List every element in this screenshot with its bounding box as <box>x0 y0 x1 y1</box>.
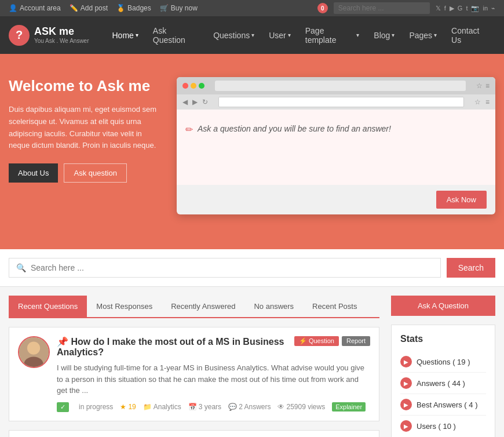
notification-badge[interactable]: 0 <box>317 3 328 13</box>
tab-recently-answered[interactable]: Recently Answered <box>162 296 244 317</box>
tumblr-icon[interactable]: t <box>466 5 468 12</box>
tab-no-answers[interactable]: No answers <box>244 296 303 317</box>
search-button[interactable]: Search <box>447 258 495 278</box>
linkedin-icon[interactable]: in <box>483 5 488 12</box>
question-body: 📌 How do I make the most out of a MS in … <box>57 336 370 412</box>
question-type-badge: ⚡ Question <box>294 336 339 346</box>
rss-icon[interactable]: ⌁ <box>491 5 495 12</box>
bookmark-icon: ☆ <box>476 82 483 90</box>
stats-section: Stats ▶ Questions ( 19 ) ▶ Answers ( 44 … <box>391 325 495 437</box>
question-title[interactable]: 📌 How do I make the most out of a MS in … <box>57 336 294 358</box>
browser-urlbar <box>218 97 464 107</box>
stat-icon: ▶ <box>400 356 412 367</box>
nav-item-home[interactable]: Home ▾ <box>107 28 144 43</box>
nav-item-blog[interactable]: Blog ▾ <box>368 28 400 43</box>
top-bar-right: 0 𝕏 f ▶ G t 📷 in ⌁ <box>317 2 495 14</box>
badge-icon: 🏅 <box>116 4 125 12</box>
ask-question-hero-button[interactable]: Ask question <box>64 163 126 183</box>
hero-buttons: About Us Ask question <box>9 163 159 183</box>
question-header: 📌 How do I make the most out of a MS in … <box>57 336 370 362</box>
cart-icon: 🛒 <box>160 4 169 12</box>
twitter-icon[interactable]: 𝕏 <box>436 5 441 12</box>
time-ago: 📅 3 years <box>188 403 221 411</box>
chevron-down-icon: ▾ <box>356 32 359 38</box>
search-section: 🔍 Search <box>0 249 504 287</box>
nav-item-page-template[interactable]: Page template ▾ <box>300 23 366 48</box>
facebook-icon[interactable]: f <box>444 5 446 12</box>
browser-dot-green <box>199 83 204 89</box>
status-badge: ✓ <box>57 402 69 412</box>
instagram-icon[interactable]: 📷 <box>471 5 479 12</box>
main-content: Recent Questions Most Responses Recently… <box>0 287 504 437</box>
youtube-icon[interactable]: ▶ <box>450 5 454 12</box>
answers-count: 💬 2 Answers <box>228 403 271 411</box>
logo[interactable]: ? ASK me You Ask . We Answer <box>9 25 89 46</box>
browser-action: ☆ ≡ <box>474 98 490 106</box>
stats-title: Stats <box>400 334 486 344</box>
user-level-badge: Explainer <box>332 402 366 411</box>
back-icon[interactable]: ◀ <box>182 98 188 106</box>
report-badge: Report <box>342 336 370 346</box>
tab-recent-questions[interactable]: Recent Questions <box>9 296 87 317</box>
browser-mockup: ☆ ≡ ◀ ▶ ↻ ☆ ≡ ✏ Ask a question and you w… <box>177 77 495 214</box>
browser-topbar: ☆ ≡ <box>177 77 495 94</box>
chevron-down-icon: ▾ <box>392 32 395 38</box>
stat-icon: ▶ <box>400 377 412 389</box>
about-us-button[interactable]: About Us <box>9 163 58 183</box>
chevron-down-icon: ▾ <box>251 32 254 38</box>
chevron-down-icon: ▾ <box>288 32 291 38</box>
search-input[interactable] <box>31 263 433 272</box>
account-area-link[interactable]: 👤 Account area <box>9 4 61 12</box>
nav-item-user[interactable]: User ▾ <box>263 28 297 43</box>
avatar <box>18 336 50 368</box>
question-meta: ✓ in progress ★ 19 📁 Analytics 📅 3 years… <box>57 402 370 412</box>
star-rating: ★ 19 <box>120 403 136 411</box>
question-prompt-text: Ask a question and you will be sure to f… <box>198 124 391 133</box>
stat-icon: ▶ <box>400 420 412 432</box>
nav-item-pages[interactable]: Pages ▾ <box>403 28 443 43</box>
pin-icon: 📌 <box>57 337 68 347</box>
nav-item-ask-question[interactable]: Ask Question <box>147 23 204 48</box>
stat-item-questions[interactable]: ▶ Questions ( 19 ) <box>400 351 486 373</box>
google-icon[interactable]: G <box>458 5 463 12</box>
logo-text: ASK me You Ask . We Answer <box>34 26 89 45</box>
list-icon: ≡ <box>485 98 490 106</box>
tab-recent-posts[interactable]: Recent Posts <box>303 296 366 317</box>
badges-link[interactable]: 🏅 Badges <box>116 4 151 12</box>
hero-right: ☆ ≡ ◀ ▶ ↻ ☆ ≡ ✏ Ask a question and you w… <box>177 77 495 214</box>
social-icons: 𝕏 f ▶ G t 📷 in ⌁ <box>436 5 495 12</box>
svg-point-1 <box>27 341 40 354</box>
ask-a-question-button[interactable]: Ask A Question <box>391 296 495 316</box>
question-prompt: ✏ Ask a question and you will be sure to… <box>185 124 487 135</box>
question-excerpt: I will be studying full-time for a 1-yea… <box>57 362 370 396</box>
buy-now-link[interactable]: 🛒 Buy now <box>160 4 198 12</box>
nav-item-contact-us[interactable]: Contact Us <box>445 23 495 48</box>
question-badges: ⚡ Question Report <box>294 336 370 346</box>
left-column: Recent Questions Most Responses Recently… <box>9 296 379 437</box>
browser-addressbar <box>215 81 466 91</box>
nav-items: Home ▾ Ask Question Questions ▾ User ▾ P… <box>107 23 496 48</box>
category: 📁 Analytics <box>143 403 181 411</box>
star-icon: ☆ <box>474 98 481 106</box>
hero-description: Duis dapibus aliquam mi, eget euismod se… <box>9 104 159 152</box>
chevron-down-icon: ▾ <box>434 32 437 38</box>
stat-item-answers[interactable]: ▶ Answers ( 44 ) <box>400 373 486 394</box>
question-card: Do I need to have a undergrad percentage… <box>9 430 379 438</box>
question-card: 📌 How do I make the most out of a MS in … <box>9 327 379 421</box>
question-tabs: Recent Questions Most Responses Recently… <box>9 296 379 318</box>
stat-item-users[interactable]: ▶ Users ( 10 ) <box>400 416 486 436</box>
top-search-input[interactable] <box>334 2 430 14</box>
tab-most-responses[interactable]: Most Responses <box>87 296 162 317</box>
chevron-down-icon: ▾ <box>136 32 138 38</box>
add-post-link[interactable]: ✏️ Add post <box>70 4 108 12</box>
browser-dot-red <box>182 83 188 89</box>
forward-icon[interactable]: ▶ <box>192 98 198 106</box>
pencil-icon: ✏ <box>185 124 193 135</box>
nav-item-questions[interactable]: Questions ▾ <box>207 28 260 43</box>
reload-icon[interactable]: ↻ <box>202 98 208 106</box>
ask-now-button[interactable]: Ask Now <box>436 191 487 209</box>
hero-left: Welcome to Ask me Duis dapibus aliquam m… <box>9 77 159 183</box>
browser-icons: ☆ ≡ <box>476 82 490 90</box>
hero-section: Welcome to Ask me Duis dapibus aliquam m… <box>0 54 504 249</box>
stat-item-best-answers[interactable]: ▶ Best Answers ( 4 ) <box>400 394 486 416</box>
